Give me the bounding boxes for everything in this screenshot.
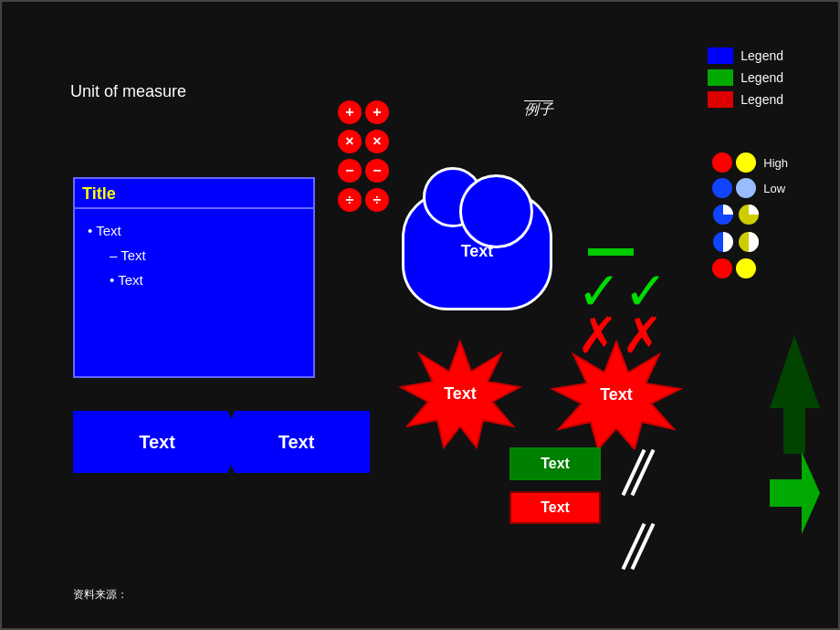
- pie-quarter-blue: [712, 231, 734, 253]
- legend-label-2: Legend: [740, 70, 783, 85]
- legend-item-1: Legend: [708, 47, 783, 64]
- op-div-1: ÷: [338, 188, 362, 212]
- svg-rect-9: [783, 408, 805, 454]
- bullet-item-3: Text: [88, 268, 300, 292]
- circle-legend-pie2: [712, 231, 788, 253]
- op-times-2: ×: [365, 130, 389, 153]
- pie-half-blue: [712, 204, 734, 226]
- arrow-right: Text: [223, 411, 370, 473]
- pie-half-yellow: [738, 204, 760, 226]
- green-arrow-area: [770, 335, 820, 534]
- circle-legend-high: High: [712, 152, 788, 173]
- circle-full-red: [712, 258, 732, 278]
- legend-item-3: Legend: [708, 91, 783, 108]
- circle-legend-low-label: Low: [763, 182, 785, 195]
- circle-high-red: [712, 152, 732, 173]
- text-box-green-label: Text: [541, 456, 570, 472]
- burst-svg-1: Text: [396, 340, 524, 449]
- op-plus-2: +: [365, 100, 389, 124]
- math-pair-add: + +: [338, 100, 389, 124]
- bullet-item-1: Text: [88, 218, 300, 243]
- cloud-wrapper: Text: [402, 192, 552, 310]
- green-arrow-up: [770, 335, 820, 454]
- arrow-left: Text: [73, 411, 241, 473]
- legend-box-blue: [708, 47, 733, 64]
- source-text: 资料来源：: [73, 587, 128, 603]
- burst-2: Text: [548, 340, 685, 453]
- math-pair-minus: − −: [338, 159, 389, 183]
- circle-low-lightblue: [736, 178, 756, 198]
- circle-legend-pie1: [712, 204, 788, 226]
- op-plus-1: +: [338, 100, 362, 124]
- burst-svg-2: Text: [548, 340, 685, 449]
- legend-label-3: Legend: [740, 92, 783, 107]
- arrow-shape: Text Text: [73, 411, 370, 473]
- slash-pair-1: [632, 447, 645, 498]
- svg-text:Text: Text: [444, 384, 477, 403]
- svg-marker-10: [770, 452, 820, 534]
- text-box-green: Text: [509, 447, 601, 480]
- legend-area: Legend Legend Legend: [708, 47, 783, 113]
- pie-quarter-yellow: [738, 231, 760, 253]
- circle-legend-full: [712, 258, 788, 278]
- legend-item-2: Legend: [708, 69, 783, 86]
- op-minus-2: −: [365, 159, 389, 183]
- op-div-2: ÷: [365, 188, 389, 212]
- bullet-list: Text Text Text: [75, 209, 313, 301]
- circle-legend-high-label: High: [763, 156, 788, 170]
- circle-legend: High Low: [712, 152, 788, 284]
- cloud-shape: Text: [402, 192, 552, 310]
- text-box-red: Text: [509, 491, 601, 524]
- svg-text:Text: Text: [600, 385, 633, 404]
- legend-label-1: Legend: [740, 48, 783, 63]
- op-minus-1: −: [338, 159, 362, 183]
- burst-1: Text: [396, 340, 524, 453]
- unit-label: Unit of measure: [70, 82, 186, 101]
- circle-high-yellow: [736, 152, 756, 173]
- text-box-red-label: Text: [541, 499, 570, 516]
- circle-low-blue: [712, 178, 732, 198]
- title-box-title: Title: [75, 179, 313, 209]
- math-pair-mul: × ×: [338, 130, 389, 153]
- circle-full-yellow: [736, 258, 756, 278]
- cloud-text: Text: [461, 242, 494, 261]
- math-pair-div: ÷ ÷: [338, 188, 389, 212]
- op-times-1: ×: [338, 130, 362, 153]
- slash-marks: [632, 447, 645, 572]
- legend-box-green: [708, 69, 733, 86]
- main-container: Unit of measure 例子 Legend Legend Legend …: [0, 0, 840, 630]
- math-operators: + + × × − − ÷ ÷: [338, 100, 389, 212]
- slash-pair-2: [632, 521, 645, 572]
- title-box: Title Text Text Text: [73, 177, 315, 378]
- reizi-label: 例子: [524, 100, 553, 120]
- circle-legend-low: Low: [712, 178, 788, 198]
- svg-marker-8: [770, 335, 820, 408]
- legend-box-red: [708, 91, 733, 108]
- green-arrow-right: [770, 452, 820, 534]
- green-dash-line: [588, 248, 634, 256]
- bullet-item-2: Text: [88, 243, 300, 268]
